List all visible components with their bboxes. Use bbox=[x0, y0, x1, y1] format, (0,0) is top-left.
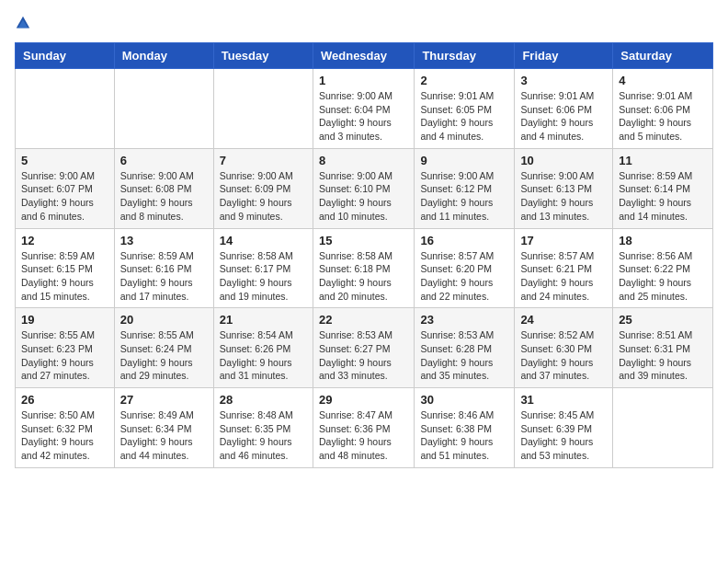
day-number: 16 bbox=[420, 234, 508, 247]
day-info: Sunrise: 8:55 AMSunset: 6:24 PMDaylight:… bbox=[120, 328, 208, 383]
calendar-table: SundayMondayTuesdayWednesdayThursdayFrid… bbox=[15, 42, 713, 468]
day-number: 3 bbox=[520, 74, 607, 87]
day-number: 22 bbox=[319, 313, 408, 327]
header bbox=[15, 15, 713, 31]
calendar-day-cell: 22Sunrise: 8:53 AMSunset: 6:27 PMDayligh… bbox=[313, 308, 414, 388]
day-info: Sunrise: 9:00 AMSunset: 6:07 PMDaylight:… bbox=[21, 169, 108, 224]
calendar-day-cell: 31Sunrise: 8:45 AMSunset: 6:39 PMDayligh… bbox=[515, 388, 613, 468]
day-number: 19 bbox=[21, 313, 108, 327]
calendar-day-cell: 2Sunrise: 9:01 AMSunset: 6:05 PMDaylight… bbox=[415, 69, 515, 149]
calendar-day-cell: 1Sunrise: 9:00 AMSunset: 6:04 PMDaylight… bbox=[313, 69, 414, 149]
calendar-day-cell: 17Sunrise: 8:57 AMSunset: 6:21 PMDayligh… bbox=[515, 228, 613, 308]
calendar-day-cell: 20Sunrise: 8:55 AMSunset: 6:24 PMDayligh… bbox=[114, 308, 213, 388]
calendar-day-cell bbox=[16, 69, 115, 149]
calendar-day-cell: 28Sunrise: 8:48 AMSunset: 6:35 PMDayligh… bbox=[213, 388, 313, 468]
calendar-day-cell: 5Sunrise: 9:00 AMSunset: 6:07 PMDaylight… bbox=[16, 148, 115, 228]
weekday-header-tuesday: Tuesday bbox=[213, 43, 313, 69]
day-info: Sunrise: 8:54 AMSunset: 6:26 PMDaylight:… bbox=[220, 328, 307, 383]
day-info: Sunrise: 8:55 AMSunset: 6:23 PMDaylight:… bbox=[21, 328, 108, 383]
day-number: 14 bbox=[220, 234, 307, 247]
day-info: Sunrise: 8:53 AMSunset: 6:27 PMDaylight:… bbox=[319, 328, 408, 383]
day-number: 26 bbox=[21, 393, 108, 407]
day-info: Sunrise: 8:45 AMSunset: 6:39 PMDaylight:… bbox=[520, 408, 607, 463]
day-info: Sunrise: 9:01 AMSunset: 6:06 PMDaylight:… bbox=[520, 89, 607, 144]
day-number: 18 bbox=[619, 234, 707, 247]
day-info: Sunrise: 8:56 AMSunset: 6:22 PMDaylight:… bbox=[619, 249, 707, 304]
calendar-week-row: 19Sunrise: 8:55 AMSunset: 6:23 PMDayligh… bbox=[16, 308, 713, 388]
weekday-header-friday: Friday bbox=[515, 43, 613, 69]
calendar-day-cell: 9Sunrise: 9:00 AMSunset: 6:12 PMDaylight… bbox=[415, 148, 515, 228]
day-info: Sunrise: 8:52 AMSunset: 6:30 PMDaylight:… bbox=[520, 328, 607, 383]
day-info: Sunrise: 8:59 AMSunset: 6:16 PMDaylight:… bbox=[120, 249, 208, 304]
calendar-day-cell: 10Sunrise: 9:00 AMSunset: 6:13 PMDayligh… bbox=[515, 148, 613, 228]
calendar-day-cell bbox=[213, 69, 313, 149]
calendar-day-cell: 8Sunrise: 9:00 AMSunset: 6:10 PMDaylight… bbox=[313, 148, 414, 228]
calendar-day-cell: 27Sunrise: 8:49 AMSunset: 6:34 PMDayligh… bbox=[114, 388, 213, 468]
calendar-day-cell: 24Sunrise: 8:52 AMSunset: 6:30 PMDayligh… bbox=[515, 308, 613, 388]
day-number: 25 bbox=[619, 313, 707, 327]
day-number: 28 bbox=[220, 393, 307, 407]
calendar-day-cell: 29Sunrise: 8:47 AMSunset: 6:36 PMDayligh… bbox=[313, 388, 414, 468]
logo-icon bbox=[15, 15, 31, 31]
day-number: 31 bbox=[520, 393, 607, 407]
weekday-header-sunday: Sunday bbox=[16, 43, 115, 69]
calendar-day-cell: 16Sunrise: 8:57 AMSunset: 6:20 PMDayligh… bbox=[415, 228, 515, 308]
day-number: 27 bbox=[120, 393, 208, 407]
calendar-day-cell: 23Sunrise: 8:53 AMSunset: 6:28 PMDayligh… bbox=[415, 308, 515, 388]
calendar-day-cell: 6Sunrise: 9:00 AMSunset: 6:08 PMDaylight… bbox=[114, 148, 213, 228]
day-info: Sunrise: 8:58 AMSunset: 6:17 PMDaylight:… bbox=[220, 249, 307, 304]
calendar-day-cell: 4Sunrise: 9:01 AMSunset: 6:06 PMDaylight… bbox=[613, 69, 713, 149]
day-info: Sunrise: 8:47 AMSunset: 6:36 PMDaylight:… bbox=[319, 408, 408, 463]
logo bbox=[15, 15, 35, 31]
calendar-day-cell: 21Sunrise: 8:54 AMSunset: 6:26 PMDayligh… bbox=[213, 308, 313, 388]
day-info: Sunrise: 9:01 AMSunset: 6:05 PMDaylight:… bbox=[420, 89, 508, 144]
day-number: 17 bbox=[520, 234, 607, 247]
day-number: 5 bbox=[21, 154, 108, 167]
day-info: Sunrise: 9:01 AMSunset: 6:06 PMDaylight:… bbox=[619, 89, 707, 144]
day-info: Sunrise: 8:51 AMSunset: 6:31 PMDaylight:… bbox=[619, 328, 707, 383]
day-info: Sunrise: 8:57 AMSunset: 6:21 PMDaylight:… bbox=[520, 249, 607, 304]
calendar-day-cell: 18Sunrise: 8:56 AMSunset: 6:22 PMDayligh… bbox=[613, 228, 713, 308]
day-number: 24 bbox=[520, 313, 607, 327]
weekday-header-wednesday: Wednesday bbox=[313, 43, 414, 69]
day-number: 6 bbox=[120, 154, 208, 167]
day-number: 13 bbox=[120, 234, 208, 247]
day-number: 8 bbox=[319, 154, 408, 167]
day-info: Sunrise: 8:57 AMSunset: 6:20 PMDaylight:… bbox=[420, 249, 508, 304]
calendar-day-cell bbox=[114, 69, 213, 149]
day-number: 10 bbox=[520, 154, 607, 167]
calendar-day-cell: 3Sunrise: 9:01 AMSunset: 6:06 PMDaylight… bbox=[515, 69, 613, 149]
day-info: Sunrise: 9:00 AMSunset: 6:08 PMDaylight:… bbox=[120, 169, 208, 224]
day-info: Sunrise: 9:00 AMSunset: 6:09 PMDaylight:… bbox=[220, 169, 307, 224]
day-info: Sunrise: 8:48 AMSunset: 6:35 PMDaylight:… bbox=[220, 408, 307, 463]
day-info: Sunrise: 8:46 AMSunset: 6:38 PMDaylight:… bbox=[420, 408, 508, 463]
calendar-day-cell: 12Sunrise: 8:59 AMSunset: 6:15 PMDayligh… bbox=[16, 228, 115, 308]
day-info: Sunrise: 8:50 AMSunset: 6:32 PMDaylight:… bbox=[21, 408, 108, 463]
day-number: 12 bbox=[21, 234, 108, 247]
day-info: Sunrise: 8:53 AMSunset: 6:28 PMDaylight:… bbox=[420, 328, 508, 383]
day-number: 21 bbox=[220, 313, 307, 327]
calendar-week-row: 5Sunrise: 9:00 AMSunset: 6:07 PMDaylight… bbox=[16, 148, 713, 228]
day-number: 30 bbox=[420, 393, 508, 407]
day-number: 23 bbox=[420, 313, 508, 327]
page: SundayMondayTuesdayWednesdayThursdayFrid… bbox=[0, 0, 728, 483]
calendar-day-cell: 7Sunrise: 9:00 AMSunset: 6:09 PMDaylight… bbox=[213, 148, 313, 228]
day-number: 1 bbox=[319, 74, 408, 87]
calendar-day-cell: 14Sunrise: 8:58 AMSunset: 6:17 PMDayligh… bbox=[213, 228, 313, 308]
weekday-header-monday: Monday bbox=[114, 43, 213, 69]
day-number: 20 bbox=[120, 313, 208, 327]
weekday-header-saturday: Saturday bbox=[613, 43, 713, 69]
calendar-day-cell: 11Sunrise: 8:59 AMSunset: 6:14 PMDayligh… bbox=[613, 148, 713, 228]
calendar-day-cell: 25Sunrise: 8:51 AMSunset: 6:31 PMDayligh… bbox=[613, 308, 713, 388]
day-number: 7 bbox=[220, 154, 307, 167]
calendar-day-cell bbox=[613, 388, 713, 468]
day-number: 2 bbox=[420, 74, 508, 87]
day-info: Sunrise: 8:59 AMSunset: 6:15 PMDaylight:… bbox=[21, 249, 108, 304]
calendar-day-cell: 26Sunrise: 8:50 AMSunset: 6:32 PMDayligh… bbox=[16, 388, 115, 468]
calendar-day-cell: 15Sunrise: 8:58 AMSunset: 6:18 PMDayligh… bbox=[313, 228, 414, 308]
day-number: 15 bbox=[319, 234, 408, 247]
day-number: 4 bbox=[619, 74, 707, 87]
calendar-day-cell: 30Sunrise: 8:46 AMSunset: 6:38 PMDayligh… bbox=[415, 388, 515, 468]
day-info: Sunrise: 9:00 AMSunset: 6:12 PMDaylight:… bbox=[420, 169, 508, 224]
day-info: Sunrise: 8:59 AMSunset: 6:14 PMDaylight:… bbox=[619, 169, 707, 224]
